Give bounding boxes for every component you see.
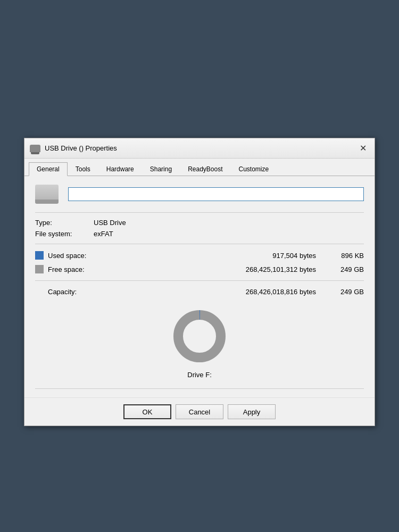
divider-middle	[35, 244, 364, 244]
drive-name-row	[35, 185, 364, 204]
properties-dialog: USB Drive () Properties ✕ General Tools …	[24, 138, 375, 426]
drive-label: Drive F:	[187, 371, 212, 379]
capacity-size: 249 GB	[327, 288, 364, 296]
filesystem-value: exFAT	[94, 230, 113, 238]
apply-button[interactable]: Apply	[228, 404, 276, 419]
content-area: Type: USB Drive File system: exFAT Used …	[24, 176, 375, 397]
used-space-row: Used space: 917,504 bytes 896 KB	[35, 248, 364, 262]
type-value: USB Drive	[94, 219, 126, 227]
divider-bottom	[35, 388, 364, 389]
filesystem-label: File system:	[35, 230, 94, 238]
divider-capacity	[35, 280, 364, 281]
tab-general[interactable]: General	[29, 162, 68, 176]
capacity-bytes: 268,426,018,816 bytes	[101, 288, 327, 296]
tab-customize[interactable]: Customize	[231, 162, 277, 176]
cancel-button[interactable]: Cancel	[176, 404, 223, 419]
drive-icon	[35, 185, 61, 204]
type-label: Type:	[35, 219, 94, 227]
free-space-label: Free space:	[48, 265, 101, 273]
button-bar: OK Cancel Apply	[24, 397, 375, 426]
capacity-label: Capacity:	[35, 288, 101, 296]
chart-area: Drive F:	[35, 298, 364, 384]
svg-point-0	[178, 315, 221, 358]
used-space-size: 896 KB	[327, 252, 364, 260]
capacity-row: Capacity: 268,426,018,816 bytes 249 GB	[35, 285, 364, 298]
tab-readyboost[interactable]: ReadyBoost	[180, 162, 230, 176]
used-space-label: Used space:	[48, 252, 101, 260]
tab-sharing[interactable]: Sharing	[142, 162, 180, 176]
free-color-box	[35, 265, 44, 273]
close-button[interactable]: ✕	[356, 142, 369, 155]
drive-icon-title	[30, 145, 40, 152]
free-space-size: 249 GB	[327, 265, 364, 273]
tab-hardware[interactable]: Hardware	[98, 162, 142, 176]
divider-top	[35, 212, 364, 213]
window-title: USB Drive () Properties	[45, 144, 356, 152]
info-section: Type: USB Drive File system: exFAT	[35, 217, 364, 239]
used-color-box	[35, 251, 44, 260]
space-section: Used space: 917,504 bytes 896 KB Free sp…	[35, 248, 364, 276]
drive-name-input[interactable]	[68, 187, 364, 201]
donut-chart	[170, 307, 229, 365]
free-space-bytes: 268,425,101,312 bytes	[101, 265, 327, 273]
title-bar: USB Drive () Properties ✕	[24, 138, 375, 159]
type-row: Type: USB Drive	[35, 217, 364, 228]
ok-button[interactable]: OK	[123, 404, 171, 419]
tab-tools[interactable]: Tools	[68, 162, 98, 176]
filesystem-row: File system: exFAT	[35, 228, 364, 239]
free-space-row: Free space: 268,425,101,312 bytes 249 GB	[35, 262, 364, 276]
tabs-bar: General Tools Hardware Sharing ReadyBoos…	[24, 159, 375, 176]
used-space-bytes: 917,504 bytes	[101, 252, 327, 260]
